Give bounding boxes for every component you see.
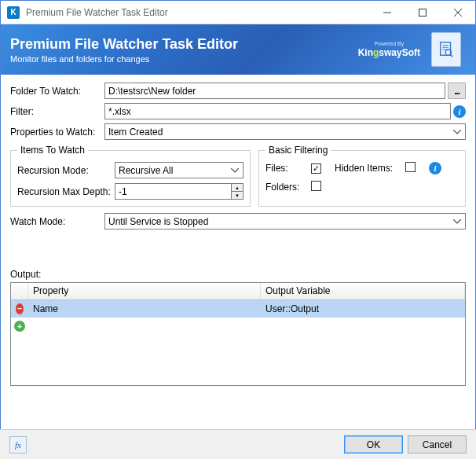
filter-input[interactable] xyxy=(104,103,451,119)
row-variable[interactable]: User::Output xyxy=(261,303,465,314)
files-checkbox[interactable] xyxy=(311,163,321,174)
items-to-watch-group: Items To Watch Recursion Mode: Recursive… xyxy=(10,145,251,207)
recursion-max-depth-input[interactable] xyxy=(115,183,231,200)
spin-up-button[interactable]: ▲ xyxy=(232,184,243,192)
basic-filtering-legend: Basic Filtering xyxy=(265,145,331,156)
properties-to-watch-label: Properties to Watch: xyxy=(10,127,104,138)
properties-to-watch-select[interactable]: Item Created xyxy=(104,123,466,140)
recursion-mode-select[interactable]: Recursive All xyxy=(115,162,243,178)
spin-down-button[interactable]: ▼ xyxy=(232,192,243,199)
footer: fx OK Cancel xyxy=(0,429,476,459)
banner: Premium File Watcher Task Editor Monitor… xyxy=(1,24,475,75)
output-label: Output: xyxy=(10,269,466,280)
titlebar: K Premium File Watcher Task Editor xyxy=(1,1,475,24)
filter-label: Filter: xyxy=(10,106,104,117)
banner-subtitle: Monitor files and folders for changes xyxy=(10,54,238,64)
browse-button[interactable]: ... xyxy=(448,83,466,99)
watch-mode-select[interactable]: Until Service is Stopped xyxy=(104,213,466,230)
info-icon[interactable]: i xyxy=(429,162,441,174)
hidden-items-checkbox[interactable] xyxy=(405,162,416,172)
svg-rect-1 xyxy=(419,9,426,16)
cancel-button[interactable]: Cancel xyxy=(408,435,467,453)
folder-to-watch-label: Folder To Watch: xyxy=(10,86,104,97)
svg-line-9 xyxy=(451,54,453,57)
banner-title: Premium File Watcher Task Editor xyxy=(10,36,238,53)
grid-header-variable: Output Variable xyxy=(261,283,465,299)
folder-to-watch-input[interactable] xyxy=(104,83,445,99)
table-row[interactable]: – Name User::Output xyxy=(11,300,465,318)
output-grid: Property Output Variable – Name User::Ou… xyxy=(10,282,466,386)
hidden-items-label: Hidden Items: xyxy=(335,163,405,174)
watch-mode-label: Watch Mode: xyxy=(10,216,104,227)
close-button[interactable] xyxy=(440,1,475,24)
recursion-mode-label: Recursion Mode: xyxy=(17,165,115,176)
ok-button[interactable]: OK xyxy=(344,435,403,453)
brand-logo: Powered By KingswaySoft xyxy=(358,41,420,58)
folders-checkbox[interactable] xyxy=(311,181,321,191)
row-property[interactable]: Name xyxy=(28,303,261,314)
items-to-watch-legend: Items To Watch xyxy=(17,145,88,156)
minimize-button[interactable] xyxy=(369,1,405,24)
add-row-button[interactable]: + xyxy=(14,321,25,332)
info-icon[interactable]: i xyxy=(453,105,466,118)
window-title: Premium File Watcher Task Editor xyxy=(26,7,369,18)
document-search-icon xyxy=(431,32,461,67)
grid-header-action xyxy=(11,283,28,299)
grid-header-property: Property xyxy=(28,283,261,299)
recursion-max-depth-label: Recursion Max Depth: xyxy=(17,186,115,197)
delete-row-button[interactable]: – xyxy=(16,303,24,314)
expression-button[interactable]: fx xyxy=(9,436,27,453)
folders-label: Folders: xyxy=(265,182,311,193)
basic-filtering-group: Basic Filtering Files: Hidden Items: i F… xyxy=(258,145,466,207)
app-icon: K xyxy=(7,6,20,19)
maximize-button[interactable] xyxy=(405,1,440,24)
files-label: Files: xyxy=(265,163,311,174)
